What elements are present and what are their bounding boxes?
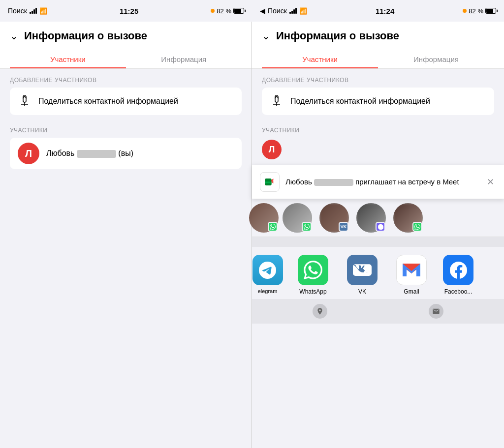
tab-info-right[interactable]: Информация — [378, 50, 494, 68]
notification-card: Любовь приглашает на встречу в Meet ✕ — [252, 165, 504, 199]
share-apps-row: elegram WhatsApp VK — [252, 247, 504, 299]
facebook-label: Faceboo... — [444, 288, 472, 295]
blurred-surname-left — [77, 150, 116, 158]
chevron-down-icon-left[interactable]: ⌄ — [10, 30, 18, 42]
badge-whatsapp-2 — [302, 222, 312, 232]
telegram-icon — [252, 255, 283, 285]
separator-bar — [252, 237, 504, 247]
add-participants-section-left: ДОБАВЛЕНИЕ УЧАСТНИКОВ Поделиться контакт… — [0, 69, 252, 119]
right-header: ⌄ Информация о вызове Участники Информац… — [252, 22, 504, 69]
badge-whatsapp-5 — [412, 222, 422, 232]
tab-info-left[interactable]: Информация — [126, 50, 242, 68]
gmail-label: Gmail — [404, 288, 419, 295]
participant-avatar-partial: Л — [262, 140, 282, 159]
time-right: 11:24 — [376, 7, 394, 15]
app-vk[interactable]: VK — [338, 255, 387, 295]
share-icon-left — [18, 94, 32, 108]
participants-section-left: УЧАСТНИКИ Л Любовь (вы) — [0, 119, 252, 173]
bottom-icon-1[interactable] — [313, 304, 327, 319]
left-header: ⌄ Информация о вызове Участники Информац… — [0, 22, 252, 69]
bottom-bar — [252, 299, 504, 324]
contact-item-4[interactable] — [352, 203, 389, 233]
share-contact-button-left[interactable]: Поделиться контактной информацией — [10, 88, 242, 115]
gmail-icon — [396, 255, 427, 285]
vk-label: VK — [358, 288, 366, 295]
share-contact-button-right[interactable]: Поделиться контактной информацией — [262, 88, 494, 115]
contacts-strip: VK — [252, 199, 504, 237]
tabs-left: Участники Информация — [10, 50, 242, 68]
contact-partial-1[interactable] — [254, 203, 279, 233]
add-section-label-right: ДОБАВЛЕНИЕ УЧАСТНИКОВ — [262, 77, 494, 84]
notification-text: Любовь приглашает на встречу в Meet — [285, 177, 479, 187]
app-telegram[interactable]: elegram — [247, 255, 288, 294]
carrier-left: Поиск — [8, 7, 27, 15]
participant-name-left: Любовь (вы) — [46, 149, 133, 158]
left-panel: Поиск 📶 11:25 82 % ⌄ Информация о вызове — [0, 0, 252, 448]
add-participants-section-right: ДОБАВЛЕНИЕ УЧАСТНИКОВ Поделиться контакт… — [252, 69, 504, 119]
app-facebook[interactable]: Faceboo... — [436, 255, 480, 295]
tabs-right: Участники Информация — [262, 50, 494, 68]
time-left: 11:25 — [120, 7, 138, 15]
participants-label-left: УЧАСТНИКИ — [10, 127, 242, 134]
status-bar-left: Поиск 📶 11:25 82 % — [0, 0, 252, 22]
battery-right: 82 % — [463, 7, 496, 15]
contact-item-3[interactable]: VK — [315, 203, 352, 233]
badge-viber-4 — [376, 222, 385, 232]
bottom-icon-2[interactable] — [429, 304, 443, 319]
signal-bars-left — [30, 8, 37, 14]
left-content: ⌄ Информация о вызове Участники Информац… — [0, 22, 252, 448]
chevron-down-icon-right[interactable]: ⌄ — [262, 30, 270, 42]
tab-participants-left[interactable]: Участники — [10, 50, 126, 68]
notification-close-button[interactable]: ✕ — [485, 175, 496, 189]
right-header-title: Информация о вызове — [276, 30, 399, 42]
wifi-left: 📶 — [39, 7, 47, 15]
right-panel: ◀ Поиск 📶 11:24 82 % ⌄ Информация о вызо… — [252, 0, 504, 448]
back-arrow-right[interactable]: ◀ — [260, 7, 265, 15]
carrier-right: Поиск — [268, 7, 287, 15]
add-section-label-left: ДОБАВЛЕНИЕ УЧАСТНИКОВ — [10, 77, 242, 84]
participant-item-left[interactable]: Л Любовь (вы) — [10, 138, 242, 169]
contact-item-2[interactable] — [279, 203, 315, 233]
app-gmail[interactable]: Gmail — [387, 255, 436, 295]
wifi-right: 📶 — [299, 7, 307, 15]
share-contact-text-left: Поделиться контактной информацией — [38, 96, 178, 107]
facebook-icon — [443, 255, 473, 285]
right-bg: ⌄ Информация о вызове Участники Информац… — [252, 22, 504, 448]
badge-vk-3: VK — [339, 222, 348, 232]
share-contact-text-right: Поделиться контактной информацией — [290, 96, 430, 107]
avatar-left: Л — [18, 143, 39, 164]
whatsapp-label: WhatsApp — [299, 288, 326, 295]
badge-whatsapp-1 — [268, 222, 278, 232]
blurred-surname-notif — [314, 179, 353, 186]
battery-left: 82 % — [211, 7, 244, 15]
app-whatsapp[interactable]: WhatsApp — [288, 255, 338, 295]
signal-bars-right — [289, 8, 297, 14]
status-bar-right: ◀ Поиск 📶 11:24 82 % — [252, 0, 504, 22]
contact-item-5[interactable] — [389, 203, 426, 233]
vk-icon — [347, 255, 378, 285]
tab-participants-right[interactable]: Участники — [262, 50, 378, 68]
share-icon-right — [270, 94, 284, 108]
telegram-label: elegram — [258, 288, 278, 294]
whatsapp-icon — [298, 255, 328, 285]
participants-label-right: УЧАСТНИКИ — [262, 127, 494, 134]
meet-icon — [260, 172, 280, 192]
participants-section-right: УЧАСТНИКИ Л — [252, 119, 504, 165]
left-header-title: Информация о вызове — [24, 30, 147, 42]
